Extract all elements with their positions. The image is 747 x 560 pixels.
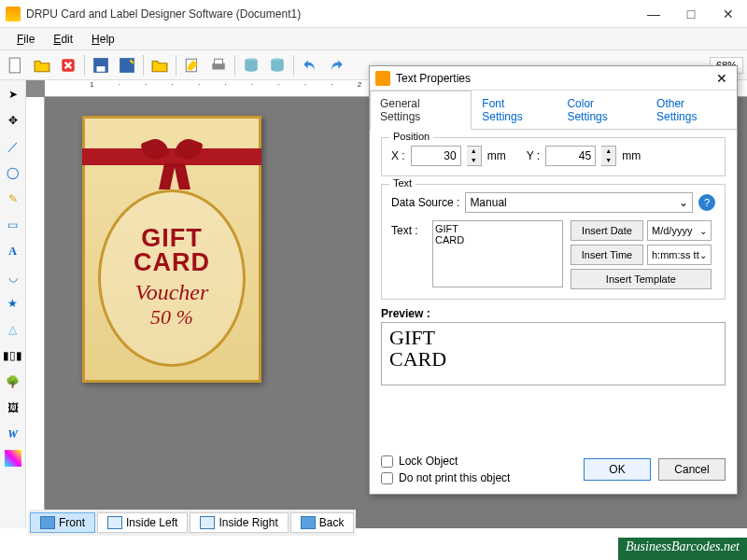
dialog-footer: Lock Object Do not print this object OK … bbox=[370, 449, 737, 494]
line-tool-icon[interactable]: ／ bbox=[3, 136, 23, 157]
tab-inside-right[interactable]: Inside Right bbox=[190, 512, 288, 533]
x-input[interactable] bbox=[411, 146, 461, 166]
position-group: Position X : ▲▼ mm Y : ▲▼ mm bbox=[381, 137, 726, 176]
color-tool-icon[interactable] bbox=[5, 450, 21, 467]
dialog-tabs: General Settings Font Settings Color Set… bbox=[370, 91, 737, 130]
text-input[interactable] bbox=[432, 220, 563, 287]
dialog-titlebar[interactable]: Text Properties ✕ bbox=[370, 66, 737, 91]
arc-tool-icon[interactable]: ◡ bbox=[3, 267, 23, 287]
print-icon[interactable] bbox=[206, 53, 231, 77]
menu-file[interactable]: File bbox=[7, 31, 44, 48]
y-spinner[interactable]: ▲▼ bbox=[601, 146, 616, 166]
tab-front[interactable]: Front bbox=[30, 512, 95, 533]
rectangle-tool-icon[interactable]: ▭ bbox=[3, 215, 23, 235]
window-title: DRPU Card and Label Designer Software (D… bbox=[26, 7, 635, 21]
card-percent-text[interactable]: 50 % bbox=[150, 305, 193, 329]
svg-rect-7 bbox=[215, 59, 223, 64]
barcode-tool-icon[interactable]: ▮▯▮ bbox=[3, 345, 23, 366]
dialog-body: Position X : ▲▼ mm Y : ▲▼ mm Text Data S… bbox=[370, 130, 737, 449]
x-spinner[interactable]: ▲▼ bbox=[467, 146, 482, 166]
svg-rect-0 bbox=[9, 58, 20, 73]
ok-button[interactable]: OK bbox=[584, 458, 651, 481]
titlebar: DRPU Card and Label Designer Software (D… bbox=[0, 0, 747, 28]
star-tool-icon[interactable]: ★ bbox=[3, 293, 23, 314]
text-label: Text : bbox=[391, 220, 425, 289]
text-legend: Text bbox=[389, 177, 416, 189]
date-format-select[interactable]: M/d/yyyy bbox=[647, 220, 712, 241]
move-tool-icon[interactable]: ✥ bbox=[3, 110, 23, 131]
tab-inside-left[interactable]: Inside Left bbox=[97, 512, 188, 533]
help-icon[interactable]: ? bbox=[698, 194, 715, 211]
preview-box: GIFT CARD bbox=[381, 322, 726, 385]
image2-tool-icon[interactable]: 🖼 bbox=[3, 398, 23, 418]
cancel-button[interactable]: Cancel bbox=[658, 458, 726, 481]
redo-icon[interactable] bbox=[324, 53, 348, 77]
edit-icon[interactable] bbox=[180, 53, 204, 77]
card-design[interactable]: GIFTCARD Voucher 50 % bbox=[82, 116, 261, 383]
text-tool-icon[interactable]: A bbox=[3, 241, 23, 261]
open-icon[interactable] bbox=[30, 53, 54, 77]
watermark: BusinessBarcodes.net bbox=[618, 538, 747, 560]
tab-general-settings[interactable]: General Settings bbox=[370, 91, 472, 130]
lock-object-checkbox[interactable]: Lock Object bbox=[381, 455, 576, 468]
y-unit: mm bbox=[622, 149, 641, 162]
save-icon[interactable] bbox=[89, 53, 113, 77]
insert-date-button[interactable]: Insert Date bbox=[571, 220, 643, 241]
pencil-tool-icon[interactable]: ✎ bbox=[3, 189, 23, 209]
ruler-vertical bbox=[26, 97, 45, 528]
x-label: X : bbox=[391, 149, 405, 162]
dialog-title: Text Properties bbox=[396, 72, 712, 85]
preview-label: Preview : bbox=[381, 307, 726, 320]
card-voucher-text[interactable]: Voucher bbox=[135, 280, 209, 305]
text-group: Text Data Source : Manual⌄ ? Text : Inse… bbox=[381, 184, 726, 300]
svg-rect-4 bbox=[120, 58, 134, 73]
new-icon[interactable] bbox=[4, 53, 28, 77]
tab-other-settings[interactable]: Other Settings bbox=[646, 91, 737, 129]
menu-edit[interactable]: Edit bbox=[44, 31, 82, 48]
minimize-button[interactable]: — bbox=[635, 0, 672, 28]
x-unit: mm bbox=[487, 149, 506, 162]
datasource-select[interactable]: Manual⌄ bbox=[465, 192, 693, 213]
app-icon bbox=[6, 7, 21, 21]
datasource-label: Data Source : bbox=[391, 196, 459, 209]
database1-icon[interactable] bbox=[239, 53, 263, 77]
insert-template-button[interactable]: Insert Template bbox=[571, 269, 712, 289]
tool-tray: ➤ ✥ ／ ◯ ✎ ▭ A ◡ ★ △ ▮▯▮ 🌳 🖼 W bbox=[0, 80, 26, 528]
ellipse-tool-icon[interactable]: ◯ bbox=[3, 162, 23, 183]
text-properties-dialog: Text Properties ✕ General Settings Font … bbox=[369, 65, 738, 495]
delete-icon[interactable] bbox=[56, 53, 80, 77]
menubar: File Edit Help bbox=[0, 28, 747, 50]
page-tabs: Front Inside Left Inside Right Back bbox=[28, 510, 356, 536]
undo-icon[interactable] bbox=[298, 53, 322, 77]
wordart-tool-icon[interactable]: W bbox=[3, 424, 23, 444]
insert-time-button[interactable]: Insert Time bbox=[571, 245, 643, 265]
database2-icon[interactable] bbox=[265, 53, 289, 77]
image1-tool-icon[interactable]: 🌳 bbox=[3, 371, 23, 392]
tab-font-settings[interactable]: Font Settings bbox=[472, 91, 557, 129]
position-legend: Position bbox=[389, 131, 433, 142]
dialog-icon bbox=[375, 71, 390, 86]
y-label: Y : bbox=[527, 149, 540, 162]
triangle-tool-icon[interactable]: △ bbox=[3, 319, 23, 340]
select-tool-icon[interactable]: ➤ bbox=[3, 84, 23, 105]
close-button[interactable]: ✕ bbox=[710, 0, 747, 28]
tab-color-settings[interactable]: Color Settings bbox=[557, 91, 646, 129]
y-input[interactable] bbox=[545, 146, 596, 166]
time-format-select[interactable]: h:mm:ss tt bbox=[647, 245, 712, 265]
maximize-button[interactable]: □ bbox=[672, 0, 710, 28]
folder-icon[interactable] bbox=[148, 53, 172, 77]
card-oval-frame: GIFTCARD Voucher 50 % bbox=[98, 189, 246, 367]
svg-rect-3 bbox=[97, 66, 106, 72]
saveas-icon[interactable] bbox=[115, 53, 139, 77]
card-gift-text[interactable]: GIFTCARD bbox=[134, 227, 210, 274]
tab-back[interactable]: Back bbox=[290, 512, 355, 533]
menu-help[interactable]: Help bbox=[82, 31, 124, 48]
do-not-print-checkbox[interactable]: Do not print this object bbox=[381, 471, 576, 484]
dialog-close-icon[interactable]: ✕ bbox=[712, 71, 731, 86]
